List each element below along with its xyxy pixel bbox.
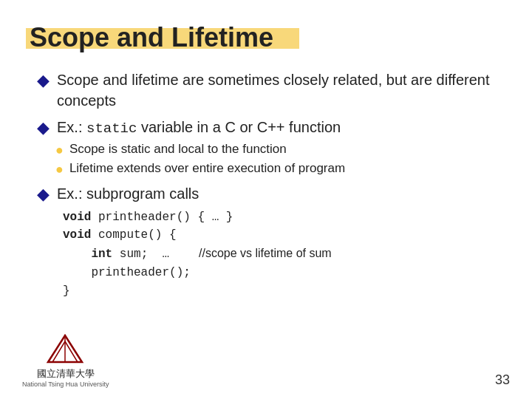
page-number: 33: [495, 372, 510, 388]
logo-icon: [45, 334, 86, 367]
circle-icon-2: ●: [55, 162, 64, 177]
bullet-1: ◆ Scope and lifetime are sometimes close…: [37, 69, 502, 111]
code-line-5: }: [63, 282, 502, 301]
code-line-4: printheader();: [63, 264, 502, 282]
code-line-3: int sum; … //scope vs lifetime of sum: [63, 245, 502, 264]
bullet-2-suffix: variable in a C or C++ function: [137, 119, 341, 135]
sub-bullet-1: ● Scope is static and local to the funct…: [55, 142, 502, 158]
bullet-3-text: Ex.: subprogram calls: [57, 183, 199, 204]
diamond-icon-2: ◆: [37, 118, 50, 137]
static-code: static: [86, 120, 137, 137]
logo-area: 國立清華大學 National Tsing Hua University: [22, 334, 109, 388]
bullet-3: ◆ Ex.: subprogram calls: [37, 183, 502, 204]
bullet-2-prefix: Ex.:: [57, 119, 86, 135]
slide-title: Scope and Lifetime: [30, 22, 502, 53]
bullet-2: ◆ Ex.: static variable in a C or C++ fun…: [37, 117, 502, 139]
slide-content: ◆ Scope and lifetime are sometimes close…: [30, 69, 502, 301]
slide: Scope and Lifetime ◆ Scope and lifetime …: [0, 0, 532, 399]
code-block: void printheader() { … } void compute() …: [37, 208, 502, 301]
sub-bullet-1-text: Scope is static and local to the functio…: [69, 142, 287, 157]
circle-icon-1: ●: [55, 143, 64, 158]
code-line-1: void printheader() { … }: [63, 208, 502, 227]
footer: 國立清華大學 National Tsing Hua University 33: [0, 334, 532, 388]
code-comment-3: //scope vs lifetime of sum: [199, 245, 332, 263]
indent-4: [63, 264, 91, 282]
kw-3: int: [91, 245, 112, 264]
code-rest-5: }: [63, 282, 70, 301]
code-rest-4: printheader();: [91, 264, 190, 282]
kw-1: void: [63, 208, 91, 227]
code-rest-1: printheader() { … }: [91, 208, 233, 227]
diamond-icon-3: ◆: [37, 185, 50, 204]
kw-2: void: [63, 226, 91, 245]
title-area: Scope and Lifetime: [30, 22, 502, 53]
diamond-icon-1: ◆: [37, 71, 50, 90]
logo-cn-text: 國立清華大學: [37, 367, 95, 381]
code-rest-2: compute() {: [91, 226, 176, 245]
bullet-2-text: Ex.: static variable in a C or C++ funct…: [57, 117, 341, 139]
bullet-1-text: Scope and lifetime are sometimes closely…: [57, 69, 502, 111]
logo-en-text: National Tsing Hua University: [22, 381, 109, 388]
indent-3: [63, 245, 91, 264]
code-line-2: void compute() {: [63, 226, 502, 245]
sub-bullet-2-text: Lifetime extends over entire execution o…: [69, 161, 345, 176]
code-rest-3: sum; …: [112, 245, 169, 264]
sub-bullet-2: ● Lifetime extends over entire execution…: [55, 161, 502, 177]
sub-bullets: ● Scope is static and local to the funct…: [37, 142, 502, 177]
